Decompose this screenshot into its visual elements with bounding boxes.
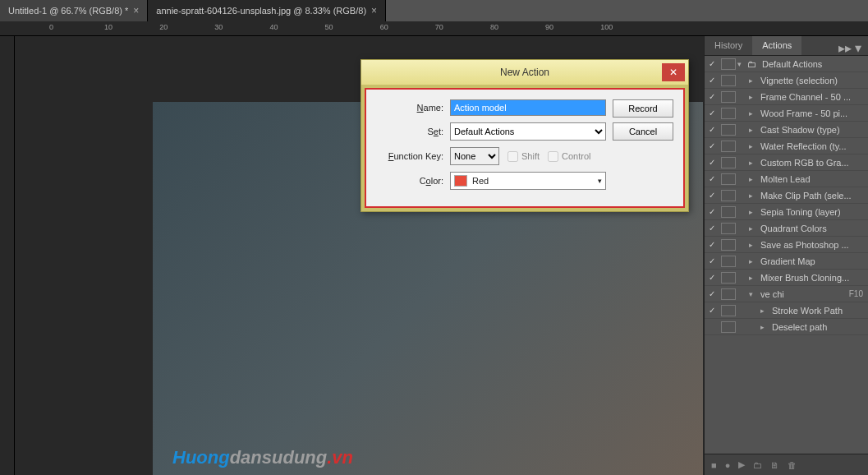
cancel-button[interactable]: Cancel [613,122,673,141]
check-icon[interactable]: ✓ [705,191,719,200]
dialog-toggle-icon[interactable] [721,75,736,86]
dialog-toggle-icon[interactable] [721,124,736,136]
check-icon[interactable]: ✓ [705,59,719,68]
tab-label: annie-spratt-604126-unsplash.jpg @ 8.33%… [156,6,366,16]
collapse-icon[interactable]: ▸ [749,175,759,183]
dialog-toggle-icon[interactable] [721,305,736,316]
play-icon[interactable]: ▶ [738,459,745,470]
dialog-toggle-icon[interactable] [721,321,736,333]
dialog-toggle-icon[interactable] [721,141,736,152]
record-icon[interactable]: ● [725,460,731,470]
trash-icon[interactable]: 🗑 [788,460,797,470]
dialog-titlebar[interactable]: New Action ✕ [361,60,688,85]
action-item[interactable]: ✓ ▾ ve chi F10 [705,286,868,302]
watermark-part: Huong [172,447,230,468]
collapse-icon[interactable]: ▸ [760,323,770,331]
check-icon[interactable]: ✓ [705,273,719,282]
dialog-toggle-icon[interactable] [721,157,736,168]
tab-history[interactable]: History [705,36,752,55]
action-step[interactable]: ✓ ▸ Stroke Work Path [705,302,868,319]
dialog-toggle-icon[interactable] [721,190,736,201]
check-icon[interactable]: ✓ [705,289,719,298]
collapse-icon[interactable]: ▸ [749,109,759,118]
function-key-select[interactable]: None [450,147,499,165]
collapse-icon[interactable]: ▸ [749,241,759,249]
color-value: Red [472,176,489,186]
folder-icon: 🗀 [747,59,760,69]
action-item[interactable]: ✓ ▸ Quadrant Colors [705,220,868,237]
close-button[interactable]: ✕ [662,63,685,81]
new-set-icon[interactable]: 🗀 [753,460,762,470]
dialog-toggle-icon[interactable] [721,206,736,218]
collapse-icon[interactable]: ▾ [737,60,747,68]
action-item[interactable]: ✓ ▸ Vignette (selection) [705,72,868,89]
check-icon[interactable]: ✓ [705,125,719,134]
collapse-icon[interactable]: ▸ [749,224,759,233]
stop-icon[interactable]: ■ [711,460,717,470]
action-set[interactable]: ✓ ▾ 🗀 Default Actions [705,56,868,72]
collapse-icon[interactable]: ▸ [749,191,759,200]
close-icon[interactable]: × [133,5,139,16]
ruler-vertical [0,36,15,475]
collapse-icon[interactable]: ▸ [749,208,759,216]
dialog-toggle-icon[interactable] [721,108,736,119]
dialog-toggle-icon[interactable] [721,91,736,103]
ruler-horizontal: 0 10 20 30 40 50 60 70 80 90 100 [0,21,868,36]
shift-checkbox[interactable] [507,151,518,162]
dialog-toggle-icon[interactable] [721,272,736,284]
collapse-icon[interactable]: ▾ [749,290,759,298]
check-icon[interactable]: ✓ [705,141,719,150]
action-item[interactable]: ✓ ▸ Wood Frame - 50 pi... [705,105,868,122]
check-icon[interactable]: ✓ [705,174,719,183]
collapse-icon[interactable]: ▸ [749,274,759,282]
dialog-toggle-icon[interactable] [721,256,736,267]
action-label: Vignette (selection) [759,76,863,85]
tab-untitled[interactable]: Untitled-1 @ 66.7% (RGB/8) * × [0,0,148,21]
dialog-toggle-icon[interactable] [721,239,736,251]
check-icon[interactable]: ✓ [705,92,719,101]
color-select[interactable]: Red ▾ [450,172,606,190]
dialog-toggle-icon[interactable] [721,58,736,70]
collapse-icon[interactable]: ▸ [760,307,770,315]
action-item[interactable]: ✓ ▸ Gradient Map [705,253,868,270]
check-icon[interactable]: ✓ [705,240,719,249]
collapse-icon[interactable]: ▸ [749,93,759,101]
control-checkbox[interactable] [548,151,558,162]
record-button[interactable]: Record [613,99,673,118]
panel-menu-icon[interactable]: ▸▸ ▾ [832,36,868,55]
action-item[interactable]: ✓ ▸ Custom RGB to Gra... [705,154,868,171]
collapse-icon[interactable]: ▸ [749,159,759,167]
check-icon[interactable]: ✓ [705,256,719,265]
collapse-icon[interactable]: ▸ [749,126,759,134]
action-item[interactable]: ✓ ▸ Sepia Toning (layer) [705,204,868,220]
collapse-icon[interactable]: ▸ [749,257,759,265]
check-icon[interactable]: ✓ [705,306,719,315]
name-input[interactable] [450,99,606,116]
action-item[interactable]: ✓ ▸ Water Reflection (ty... [705,138,868,154]
check-icon[interactable]: ✓ [705,224,719,233]
action-item[interactable]: ✓ ▸ Save as Photoshop ... [705,237,868,253]
dialog-toggle-icon[interactable] [721,223,736,234]
action-label: Sepia Toning (layer) [759,207,863,217]
set-select[interactable]: Default Actions [450,122,606,141]
action-item[interactable]: ✓ ▸ Cast Shadow (type) [705,122,868,138]
action-step[interactable]: ▸ Deselect path [705,319,868,335]
close-icon[interactable]: × [371,5,377,16]
new-action-dialog: New Action ✕ Name: Set: Default Actions … [361,59,689,212]
check-icon[interactable]: ✓ [705,207,719,216]
action-item[interactable]: ✓ ▸ Molten Lead [705,171,868,187]
collapse-icon[interactable]: ▸ [749,142,759,150]
check-icon[interactable]: ✓ [705,108,719,118]
dialog-toggle-icon[interactable] [721,173,736,185]
dialog-toggle-icon[interactable] [721,288,736,300]
action-item[interactable]: ✓ ▸ Frame Channel - 50 ... [705,89,868,105]
collapse-icon[interactable]: ▸ [749,76,759,85]
action-item[interactable]: ✓ ▸ Make Clip Path (sele... [705,187,868,204]
check-icon[interactable]: ✓ [705,76,719,85]
action-item[interactable]: ✓ ▸ Mixer Brush Cloning... [705,270,868,286]
ruler-tick: 90 [545,23,553,31]
check-icon[interactable]: ✓ [705,158,719,167]
tab-actions[interactable]: Actions [752,36,801,55]
new-action-icon[interactable]: 🗎 [770,460,779,470]
tab-image[interactable]: annie-spratt-604126-unsplash.jpg @ 8.33%… [148,0,386,21]
